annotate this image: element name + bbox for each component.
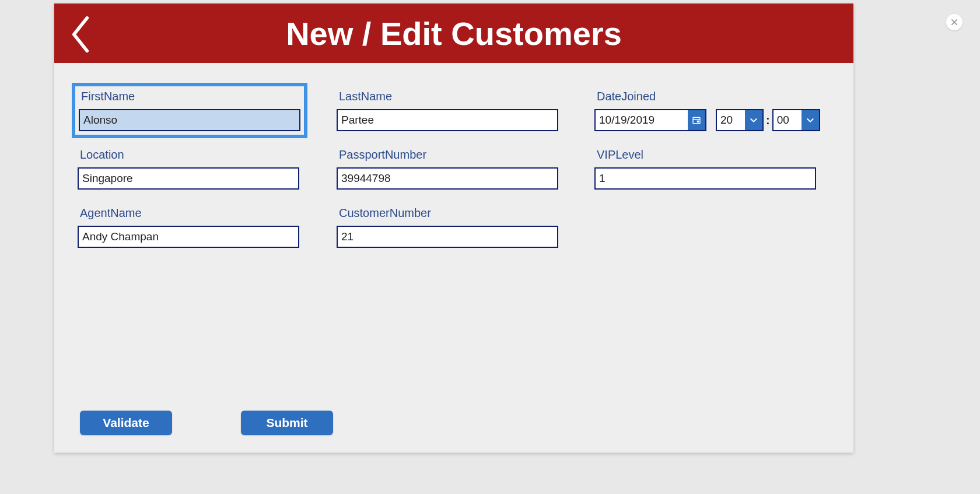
button-row: Validate Submit: [80, 411, 333, 435]
passportnumber-label: PassportNumber: [337, 148, 558, 162]
validate-button[interactable]: Validate: [80, 411, 172, 435]
datejoined-hour-select[interactable]: 20: [716, 109, 764, 131]
customer-form-modal: New / Edit Customers FirstName LastName …: [54, 3, 853, 453]
page-title: New / Edit Customers: [286, 15, 622, 52]
firstname-field: FirstName: [75, 86, 304, 135]
minute-dropdown-button[interactable]: [802, 110, 819, 130]
svg-rect-4: [697, 121, 699, 122]
lastname-input[interactable]: [337, 109, 558, 131]
chevron-down-icon: [749, 115, 758, 125]
close-button[interactable]: [946, 14, 963, 30]
passportnumber-input[interactable]: [337, 167, 558, 190]
agentname-label: AgentName: [78, 206, 299, 220]
close-icon: [950, 18, 958, 26]
lastname-field: LastName: [337, 90, 558, 131]
time-colon: :: [766, 114, 770, 127]
back-button[interactable]: [71, 16, 90, 55]
firstname-input[interactable]: [79, 109, 300, 131]
passportnumber-field: PassportNumber: [337, 148, 558, 190]
viplevel-field: VIPLevel: [594, 148, 816, 190]
location-field: Location: [78, 148, 299, 190]
location-label: Location: [78, 148, 299, 162]
viplevel-input[interactable]: [594, 167, 816, 190]
datejoined-label: DateJoined: [594, 90, 820, 103]
datejoined-date-value: 10/19/2019: [596, 110, 688, 130]
calendar-icon: [692, 115, 701, 125]
datejoined-hour-value: 20: [717, 110, 745, 130]
agentname-field: AgentName: [78, 206, 299, 248]
customernumber-field: CustomerNumber: [337, 206, 558, 248]
chevron-down-icon: [806, 115, 815, 125]
chevron-left-icon: [71, 16, 90, 52]
customernumber-input[interactable]: [337, 226, 558, 248]
lastname-label: LastName: [337, 90, 558, 103]
datejoined-datepicker[interactable]: 10/19/2019: [594, 109, 706, 131]
svg-rect-0: [693, 117, 700, 124]
customernumber-label: CustomerNumber: [337, 206, 558, 220]
datejoined-minute-select[interactable]: 00: [772, 109, 820, 131]
location-input[interactable]: [78, 167, 299, 190]
submit-button[interactable]: Submit: [241, 411, 333, 435]
form-area: FirstName LastName DateJoined 10/19/2019: [54, 63, 853, 453]
viplevel-label: VIPLevel: [594, 148, 816, 162]
datejoined-minute-value: 00: [774, 110, 802, 130]
agentname-input[interactable]: [78, 226, 299, 248]
hour-dropdown-button[interactable]: [745, 110, 762, 130]
calendar-button[interactable]: [688, 110, 705, 130]
header-bar: New / Edit Customers: [54, 3, 853, 63]
datejoined-field: DateJoined 10/19/2019: [594, 90, 820, 131]
firstname-label: FirstName: [75, 86, 304, 103]
